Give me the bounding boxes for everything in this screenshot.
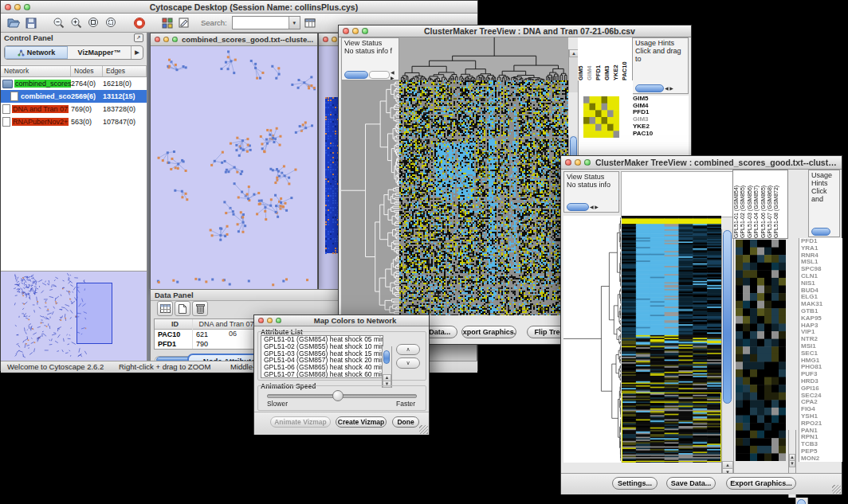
search-input[interactable] bbox=[233, 17, 289, 29]
treeview1-titlebar[interactable]: ClusterMaker TreeView : DNA and Tran 07-… bbox=[339, 25, 691, 37]
close-icon[interactable] bbox=[323, 37, 328, 42]
help-button[interactable] bbox=[132, 16, 147, 30]
treeview2-column-dendrogram-area[interactable] bbox=[621, 171, 733, 217]
attribute-listbox: GPL51-01 (GSM854) heat shock 05 minGPL51… bbox=[261, 335, 383, 378]
slower-label: Slower bbox=[267, 400, 288, 408]
network-row-icon bbox=[2, 117, 10, 127]
network-table-row[interactable]: combined_sco 2569(6) 13112(15) bbox=[1, 90, 147, 103]
view-status-scrollbar[interactable]: ◀ ▶ bbox=[567, 203, 599, 210]
minimize-icon[interactable] bbox=[575, 159, 581, 166]
minimize-icon[interactable] bbox=[332, 37, 337, 42]
vizmapper-shortcut-button[interactable] bbox=[159, 16, 175, 30]
create-vizmap-button[interactable]: Create Vizmap bbox=[336, 416, 387, 428]
search-combo: ▾ bbox=[232, 16, 300, 29]
annotation-button[interactable] bbox=[177, 16, 192, 30]
treeview2-titlebar[interactable]: ClusterMaker TreeView : combined_scores_… bbox=[561, 156, 842, 170]
treeview1-export-graphics-button[interactable]: Export Graphics... bbox=[461, 326, 516, 338]
network-table-row[interactable]: RNAPuberNov2+ 563(0) 107847(0) bbox=[1, 115, 147, 128]
move-attribute-down-button[interactable]: ∨ bbox=[396, 357, 420, 369]
resize-grip[interactable] bbox=[832, 485, 841, 494]
delete-attribute-button[interactable] bbox=[192, 301, 208, 316]
table-icon bbox=[160, 304, 171, 313]
attribute-list-scrollbar[interactable]: ▲ ▼ bbox=[382, 346, 392, 388]
zoom-window-icon[interactable] bbox=[584, 159, 591, 166]
network-view-title: combined_scores_good.txt--cluste... bbox=[178, 35, 317, 44]
treeview1-row-dendrogram[interactable] bbox=[341, 80, 399, 315]
save-disk-icon bbox=[26, 18, 37, 29]
lifesaver-icon bbox=[133, 17, 146, 29]
close-icon[interactable] bbox=[258, 318, 264, 323]
zoom-window-icon[interactable] bbox=[362, 28, 368, 34]
zoom-out-button[interactable] bbox=[51, 16, 66, 30]
tab-network[interactable]: Network bbox=[5, 46, 68, 59]
network-table-row[interactable]: combined_scores 2764(0) 16218(0) bbox=[1, 77, 147, 90]
close-icon[interactable] bbox=[155, 37, 160, 42]
treeview1-usage-hints-panel: Usage Hints Click and drag to ◀ ▶ bbox=[632, 37, 689, 94]
treeview1-heatmap[interactable] bbox=[399, 80, 568, 315]
treeview2-vscrollbar[interactable]: ▲ ▼ bbox=[721, 229, 734, 476]
zoom-in-button[interactable] bbox=[69, 16, 84, 30]
main-titlebar[interactable]: Cytoscape Desktop (Session Name: collins… bbox=[1, 1, 477, 14]
status-welcome: Welcome to Cytoscape 2.6.2 bbox=[7, 362, 104, 371]
move-attribute-up-button[interactable]: ∧ bbox=[396, 344, 420, 355]
treeview1-zoom-heatmap[interactable] bbox=[583, 96, 619, 138]
animate-vizmap-button[interactable]: Animate Vizmap bbox=[270, 416, 331, 428]
treeview2-settings-button[interactable]: Settings... bbox=[612, 477, 658, 490]
done-button[interactable]: Done bbox=[392, 416, 419, 428]
treeview2-title: ClusterMaker TreeView : combined_scores_… bbox=[591, 158, 842, 167]
network-view-window: combined_scores_good.txt--cluste... bbox=[150, 33, 318, 290]
zoom-selected-icon bbox=[105, 17, 117, 29]
resize-grip[interactable] bbox=[419, 425, 428, 434]
minimize-icon[interactable] bbox=[14, 4, 21, 10]
select-attributes-button[interactable] bbox=[157, 301, 173, 316]
zoom-window-icon[interactable] bbox=[276, 318, 281, 323]
treeview2-export-graphics-button[interactable]: Export Graphics... bbox=[726, 477, 796, 490]
tab-overflow-arrow-icon[interactable]: ▶ bbox=[131, 46, 143, 59]
treeview2-save-data-button[interactable]: Save Data... bbox=[666, 477, 716, 490]
network-row-icon bbox=[2, 104, 10, 114]
minimize-icon[interactable] bbox=[352, 28, 359, 34]
control-panel: Control Panel ↗ Network VizMapper™ ▶ Net… bbox=[1, 33, 147, 361]
network-view-titlebar[interactable]: combined_scores_good.txt--cluste... bbox=[151, 33, 317, 46]
zoom-window-icon[interactable] bbox=[24, 4, 30, 10]
tab-vizmapper[interactable]: VizMapper™ bbox=[68, 46, 131, 59]
treeview1-zoom-column-labels: GIM5GIM4PFD1GIM3YKE2PAC10 bbox=[578, 37, 632, 80]
treeview1-column-dendrogram[interactable] bbox=[399, 37, 568, 80]
treeview2-label-vscrollbar[interactable] bbox=[795, 498, 808, 504]
zoom-fit-button[interactable] bbox=[86, 16, 101, 30]
attribute-table-icon bbox=[304, 18, 316, 29]
close-icon[interactable] bbox=[343, 28, 349, 34]
float-panel-icon[interactable]: ↗ bbox=[134, 33, 143, 42]
treeview2-row-dendrogram[interactable] bbox=[563, 216, 621, 463]
usage-hints-scrollbar[interactable] bbox=[811, 228, 830, 235]
zoom-selected-button[interactable] bbox=[104, 16, 119, 30]
network-canvas[interactable] bbox=[151, 46, 316, 288]
network-table-row[interactable]: DNA and Tran 07 769(0) 183728(0) bbox=[1, 103, 147, 115]
attribute-list-item[interactable]: GPL51-07 (GSM868) heat shock 60 min bbox=[261, 371, 383, 378]
vizmapper-icon bbox=[162, 18, 173, 29]
desktop: Cytoscape Desktop (Session Name: collins… bbox=[0, 0, 848, 504]
faster-label: Faster bbox=[396, 400, 415, 408]
slider-thumb[interactable] bbox=[332, 390, 344, 401]
zoom-out-icon bbox=[53, 17, 65, 29]
usage-hints-scrollbar[interactable]: ◀ ▶ bbox=[635, 84, 673, 92]
close-icon[interactable] bbox=[5, 4, 11, 10]
new-attribute-button[interactable] bbox=[175, 301, 190, 316]
main-window-title: Cytoscape Desktop (Session Name: collins… bbox=[30, 2, 477, 12]
treeview2-zoom-heatmap[interactable] bbox=[736, 240, 786, 461]
dialog-titlebar[interactable]: Map Colors to Network bbox=[254, 315, 429, 326]
close-icon[interactable] bbox=[565, 159, 571, 166]
treeview2-heatmap[interactable] bbox=[622, 216, 721, 463]
open-session-button[interactable] bbox=[6, 16, 21, 30]
view-status-scrollbar[interactable]: ◀ ▶ bbox=[344, 71, 398, 78]
treeview1-view-status-panel: View Status No status info f ◀ ▶ bbox=[341, 37, 399, 80]
minimize-icon[interactable] bbox=[267, 318, 273, 323]
new-document-icon bbox=[179, 304, 186, 314]
zoom-window-icon[interactable] bbox=[172, 37, 178, 42]
save-session-button[interactable] bbox=[23, 16, 38, 30]
attribute-browser-button[interactable] bbox=[303, 16, 318, 30]
network-overview-thumbnail[interactable] bbox=[3, 272, 143, 360]
treeview2-view-status-panel: View Status No status info ◀ ▶ bbox=[563, 171, 619, 213]
search-dropdown-arrow-icon[interactable]: ▾ bbox=[289, 17, 300, 29]
minimize-icon[interactable] bbox=[163, 37, 169, 42]
